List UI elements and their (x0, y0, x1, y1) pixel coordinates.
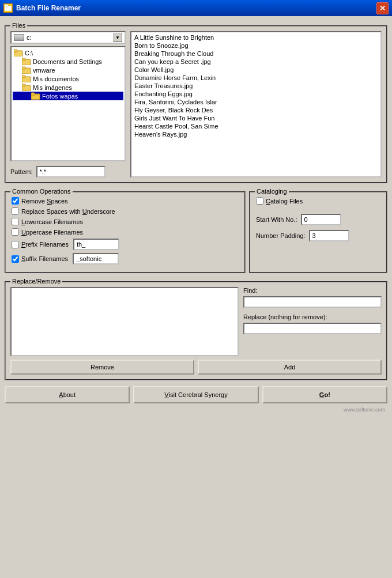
suffix-label: Suffix Filenames (21, 255, 68, 262)
replace-label: Replace (nothing for remove): (243, 313, 382, 320)
suffix-checkbox[interactable] (12, 255, 19, 263)
replace-spaces-label: Replace Spaces with Underscore (21, 208, 115, 215)
list-item[interactable]: Donamire Horse Farm, Lexin (133, 74, 379, 82)
tree-item[interactable]: vmware (13, 66, 123, 74)
uppercase-label: Uppercase Filenames (21, 229, 83, 236)
svg-rect-9 (22, 75, 25, 78)
list-item[interactable]: Easter Treasures.jpg (133, 82, 379, 90)
number-padding-label: Number Padding: (256, 232, 306, 239)
drive-dropdown[interactable]: c: ▼ (10, 31, 126, 44)
tree-item[interactable]: C:\ (13, 48, 123, 57)
prefix-checkbox[interactable] (12, 241, 19, 248)
number-padding-input[interactable] (309, 230, 349, 241)
folder-tree[interactable]: C:\ Documents and Settings v (10, 46, 126, 161)
tree-item-label: vmware (33, 67, 55, 74)
replace-list[interactable] (10, 287, 239, 356)
start-with-input[interactable] (301, 214, 341, 225)
folder-icon (14, 49, 23, 56)
list-item[interactable]: Enchanting Eggs.jpg (133, 90, 379, 98)
watermark: www.softonic.com (5, 407, 387, 413)
about-button[interactable]: About (5, 386, 130, 403)
list-item[interactable]: Girls Just Want To Have Fun (133, 114, 379, 122)
tree-item-selected[interactable]: Fotos wapas (13, 92, 123, 100)
catalog-files-checkbox[interactable] (256, 197, 263, 205)
number-padding-row: Number Padding: (256, 230, 380, 241)
file-list-container[interactable]: A Little Sunshine to Brighten Born to Sn… (130, 31, 382, 177)
remove-spaces-row: Remove Spaces (12, 197, 239, 205)
files-section: Files c: ▼ C:\ (5, 25, 387, 183)
remove-button[interactable]: Remove (10, 360, 194, 375)
tree-item[interactable]: Documents and Settings (13, 57, 123, 66)
folder-icon (22, 58, 31, 65)
start-with-label: Start With No.: (256, 216, 297, 223)
start-with-row: Start With No.: (256, 214, 380, 225)
folder-icon (22, 84, 31, 91)
list-item[interactable]: Color Well.jpg (133, 66, 379, 74)
replace-input[interactable] (243, 323, 382, 334)
list-item[interactable]: A Little Sunshine to Brighten (133, 33, 379, 41)
close-button[interactable]: ✕ (376, 2, 389, 14)
lowercase-label: Lowercase Filenames (21, 218, 83, 225)
file-list[interactable]: A Little Sunshine to Brighten Born to Sn… (131, 32, 380, 176)
list-item[interactable]: Can you keep a Secret .jpg (133, 58, 379, 66)
visit-button[interactable]: Visit Cerebral Synergy (133, 386, 258, 403)
replace-spaces-checkbox[interactable] (12, 207, 19, 215)
lowercase-checkbox[interactable] (12, 218, 19, 225)
window-title: Batch File Renamer (16, 4, 376, 12)
list-item[interactable]: Heaven's Rays.jpg (133, 130, 379, 138)
drive-icon (14, 34, 24, 41)
svg-rect-13 (31, 93, 35, 95)
pattern-label: Pattern: (10, 168, 33, 175)
list-item[interactable]: Fly Geyser, Black Rock Des (133, 106, 379, 114)
cataloging-section: Cataloging Catalog Files Start With No.:… (249, 191, 387, 273)
replace-inner: Find: Replace (nothing for remove): (10, 287, 382, 356)
replace-right: Find: Replace (nothing for remove): (243, 287, 382, 356)
prefix-row: Prefix Filenames (12, 239, 239, 250)
svg-rect-3 (14, 50, 17, 52)
svg-rect-7 (22, 67, 25, 69)
tree-item[interactable]: Mis imágenes (13, 83, 123, 92)
uppercase-checkbox[interactable] (12, 228, 19, 236)
common-ops-label: Common Operations (10, 188, 73, 195)
uppercase-row: Uppercase Filenames (12, 228, 239, 236)
files-label: Files (10, 22, 27, 29)
pattern-input[interactable] (36, 166, 105, 177)
list-item[interactable]: Breaking Through the Cloud (133, 50, 379, 58)
middle-row: Common Operations Remove Spaces Replace … (5, 187, 387, 273)
app-icon (3, 3, 13, 13)
common-ops-section: Common Operations Remove Spaces Replace … (5, 191, 246, 273)
list-item[interactable]: Fira, Santorini, Cyclades Islar (133, 98, 379, 106)
catalog-files-label: Catalog Files (266, 198, 303, 205)
catalog-files-row: Catalog Files (256, 197, 380, 205)
prefix-input[interactable] (73, 239, 119, 250)
replace-section: Replace/Remove Find: Replace (nothing fo… (5, 281, 387, 380)
tree-item-label: C:\ (25, 50, 33, 56)
drive-label: c: (27, 34, 113, 41)
list-item[interactable]: Born to Snooze.jpg (133, 41, 379, 50)
replace-section-label: Replace/Remove (10, 278, 62, 285)
svg-rect-5 (22, 58, 25, 61)
find-label: Find: (243, 287, 382, 294)
add-button[interactable]: Add (198, 360, 382, 375)
tree-item[interactable]: Mis documentos (13, 74, 123, 83)
action-buttons: About Visit Cerebral Synergy Go! (5, 386, 387, 403)
dropdown-arrow-icon[interactable]: ▼ (113, 33, 122, 42)
cataloging-label: Cataloging (255, 188, 289, 195)
suffix-input[interactable] (73, 253, 119, 265)
svg-rect-11 (22, 84, 25, 86)
replace-spaces-row: Replace Spaces with Underscore (12, 207, 239, 215)
folder-open-icon (31, 92, 40, 100)
remove-spaces-label: Remove Spaces (21, 198, 68, 205)
prefix-label: Prefix Filenames (21, 241, 69, 248)
svg-rect-1 (5, 5, 8, 7)
go-button[interactable]: Go! (262, 386, 387, 403)
window-body: Files c: ▼ C:\ (0, 16, 392, 578)
list-item[interactable]: Hearst Castle Pool, San Sime (133, 122, 379, 130)
remove-spaces-checkbox[interactable] (12, 197, 19, 205)
files-left: c: ▼ C:\ (10, 31, 126, 177)
find-input[interactable] (243, 296, 382, 308)
title-bar: Batch File Renamer ✕ (0, 0, 392, 16)
tree-item-label: Fotos wapas (42, 93, 78, 100)
folder-icon (22, 75, 31, 82)
folder-icon (22, 66, 31, 74)
